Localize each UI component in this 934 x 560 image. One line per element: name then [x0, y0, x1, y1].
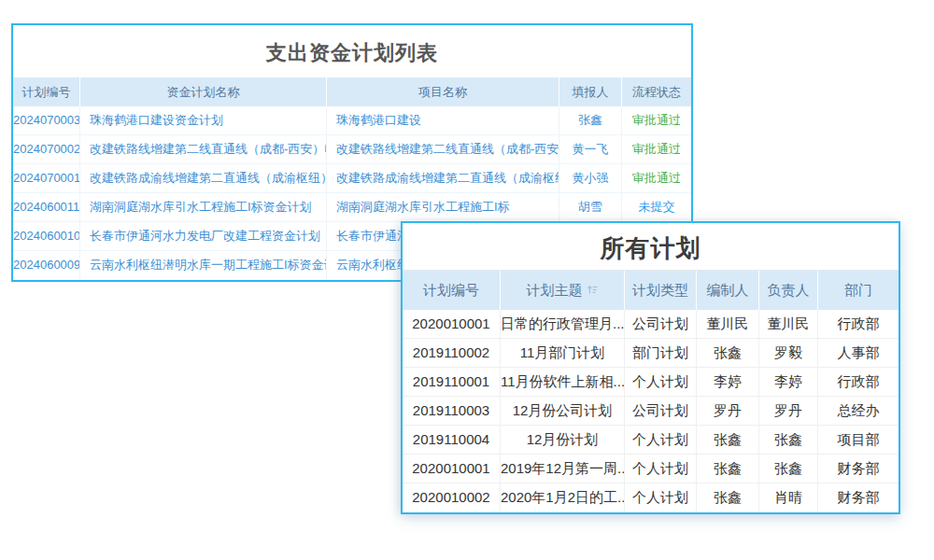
status-badge: 审批通过 — [622, 106, 691, 134]
header-plan-type: 计划类型 — [625, 271, 697, 310]
plans-table-row[interactable]: 2020010001 2019年12月第一周... 个人计划 张鑫 张鑫 财务部 — [403, 455, 899, 483]
status-badge: 审批通过 — [622, 164, 691, 192]
reporter: 张鑫 — [559, 106, 622, 134]
fund-plan-name-link[interactable]: 珠海鹤港口建设资金计划 — [80, 106, 327, 134]
fund-plan-name-link[interactable]: 改建铁路线增建第二线直通线（成都-西安）电... — [80, 135, 327, 163]
header-department: 部门 — [818, 271, 899, 310]
plan-id: 2019110002 — [403, 339, 501, 367]
header-owner: 负责人 — [759, 271, 818, 310]
plan-id: 2019110001 — [403, 368, 501, 396]
plans-table-row[interactable]: 2019110003 12月份公司计划 公司计划 罗丹 罗丹 总经办 — [403, 397, 899, 426]
all-plans-header-row: 计划编号 计划主题 计划类型 编制人 负责人 部门 — [403, 270, 899, 310]
header-creator: 编制人 — [697, 271, 759, 310]
plan-subject: 2019年12月第一周... — [501, 455, 625, 483]
plan-subject: 日常的行政管理月... — [501, 310, 625, 338]
creator: 张鑫 — [697, 426, 759, 454]
plan-type: 个人计划 — [625, 426, 697, 454]
plan-id[interactable]: 2024060009 — [13, 251, 80, 280]
department: 人事部 — [818, 339, 899, 367]
owner: 肖晴 — [759, 483, 818, 512]
fund-plan-name-link[interactable]: 长春市伊通河水力发电厂改建工程资金计划 — [80, 222, 327, 250]
plan-type: 个人计划 — [625, 483, 697, 512]
reporter: 胡雪 — [559, 193, 622, 221]
all-plans-table-card: 所有计划 计划编号 计划主题 计划类型 编制人 负责人 部门 202001000… — [401, 221, 900, 514]
creator: 张鑫 — [697, 339, 759, 367]
project-name-link[interactable]: 改建铁路成渝线增建第二直通线（成渝枢纽）... — [327, 164, 559, 192]
status-badge: 未提交 — [622, 193, 691, 221]
funds-table-row[interactable]: 2024070001 改建铁路成渝线增建第二直通线（成渝枢纽）... 改建铁路成… — [13, 164, 691, 193]
department: 总经办 — [818, 397, 899, 425]
header-project-name: 项目名称 — [327, 77, 559, 106]
plan-id: 2020010001 — [403, 455, 501, 483]
reporter: 黄一飞 — [559, 135, 622, 163]
fund-plan-name-link[interactable]: 湖南洞庭湖水库引水工程施工I标资金计划 — [80, 193, 327, 221]
funds-table-title: 支出资金计划列表 — [13, 25, 691, 77]
fund-plan-name-link[interactable]: 云南水利枢纽潜明水库一期工程施工I标资金计划 — [80, 251, 327, 280]
funds-table-header-row: 计划编号 资金计划名称 项目名称 填报人 流程状态 — [13, 77, 691, 106]
plans-table-row[interactable]: 2019110001 11月份软件上新相... 个人计划 李婷 李婷 行政部 — [403, 368, 899, 397]
project-name-link[interactable]: 湖南洞庭湖水库引水工程施工I标 — [327, 193, 559, 221]
all-plans-title: 所有计划 — [403, 223, 899, 270]
plans-table-row[interactable]: 2019110004 12月份计划 个人计划 张鑫 张鑫 项目部 — [403, 426, 899, 455]
plan-id: 2020010001 — [403, 310, 501, 338]
creator: 李婷 — [697, 368, 759, 396]
plan-id[interactable]: 2024070001 — [13, 164, 80, 192]
owner: 张鑫 — [759, 455, 818, 483]
department: 项目部 — [818, 426, 899, 454]
plan-subject: 12月份公司计划 — [501, 397, 625, 425]
owner: 董川民 — [759, 310, 818, 338]
plan-type: 公司计划 — [625, 310, 697, 338]
fund-plan-name-link[interactable]: 改建铁路成渝线增建第二直通线（成渝枢纽）... — [80, 164, 327, 192]
header-plan-id: 计划编号 — [403, 271, 501, 310]
reporter: 黄小强 — [559, 164, 622, 192]
plan-type: 个人计划 — [625, 368, 697, 396]
funds-table-row[interactable]: 2024060011 湖南洞庭湖水库引水工程施工I标资金计划 湖南洞庭湖水库引水… — [13, 193, 691, 222]
plan-type: 部门计划 — [625, 339, 697, 367]
header-reporter: 填报人 — [559, 77, 622, 106]
creator: 罗丹 — [697, 397, 759, 425]
header-plan-subject-label: 计划主题 — [527, 282, 583, 298]
plan-type: 公司计划 — [625, 397, 697, 425]
funds-table-row[interactable]: 2024070002 改建铁路线增建第二线直通线（成都-西安）电... 改建铁路… — [13, 135, 691, 164]
header-plan-subject[interactable]: 计划主题 — [501, 271, 625, 310]
plan-id: 2019110004 — [403, 426, 501, 454]
header-fund-plan-name: 资金计划名称 — [80, 77, 327, 106]
plan-type: 个人计划 — [625, 455, 697, 483]
plan-id[interactable]: 2024060010 — [13, 222, 80, 250]
owner: 李婷 — [759, 368, 818, 396]
owner: 罗毅 — [759, 339, 818, 367]
plan-id: 2019110003 — [403, 397, 501, 425]
plan-subject: 11月部门计划 — [501, 339, 625, 367]
creator: 董川民 — [697, 310, 759, 338]
owner: 罗丹 — [759, 397, 818, 425]
plans-table-row[interactable]: 2020010002 2020年1月2日的工... 个人计划 张鑫 肖晴 财务部 — [403, 483, 899, 512]
plan-subject: 2020年1月2日的工... — [501, 483, 625, 512]
plan-id: 2020010002 — [403, 483, 501, 512]
plan-subject: 12月份计划 — [501, 426, 625, 454]
creator: 张鑫 — [697, 455, 759, 483]
department: 行政部 — [818, 310, 899, 338]
header-plan-id: 计划编号 — [13, 77, 80, 106]
sort-ascending-icon[interactable] — [587, 272, 599, 310]
plan-id[interactable]: 2024070003 — [13, 106, 80, 134]
department: 行政部 — [818, 368, 899, 396]
department: 财务部 — [818, 483, 899, 512]
plan-id[interactable]: 2024060011 — [13, 193, 80, 221]
status-badge: 审批通过 — [622, 135, 691, 163]
project-name-link[interactable]: 珠海鹤港口建设 — [327, 106, 559, 134]
plans-table-row[interactable]: 2019110002 11月部门计划 部门计划 张鑫 罗毅 人事部 — [403, 339, 899, 368]
creator: 张鑫 — [697, 483, 759, 512]
plan-subject: 11月份软件上新相... — [501, 368, 625, 396]
plan-id[interactable]: 2024070002 — [13, 135, 80, 163]
header-flow-status: 流程状态 — [622, 77, 691, 106]
project-name-link[interactable]: 改建铁路线增建第二线直通线（成都-西安）电... — [327, 135, 559, 163]
department: 财务部 — [818, 455, 899, 483]
plans-table-row[interactable]: 2020010001 日常的行政管理月... 公司计划 董川民 董川民 行政部 — [403, 310, 899, 339]
funds-table-row[interactable]: 2024070003 珠海鹤港口建设资金计划 珠海鹤港口建设 张鑫 审批通过 — [13, 106, 691, 135]
owner: 张鑫 — [759, 426, 818, 454]
